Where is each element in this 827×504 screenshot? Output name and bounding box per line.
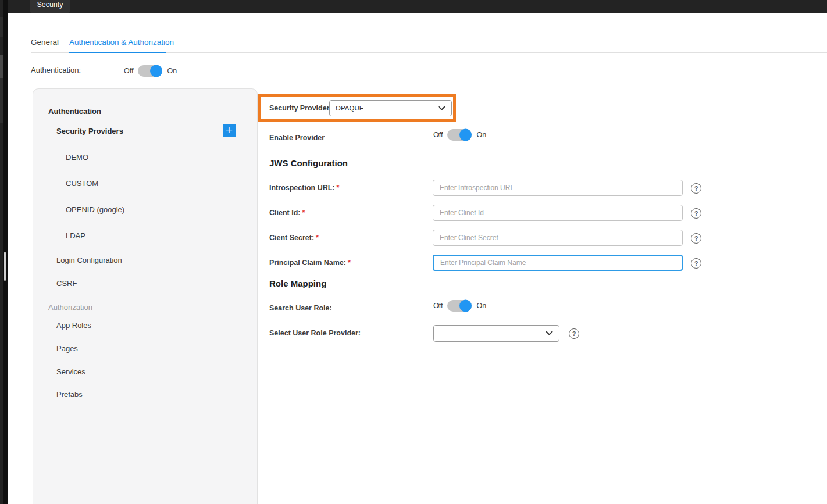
required-asterisk: * — [337, 184, 340, 192]
sidebar-item-ldap[interactable]: LDAP — [66, 231, 85, 240]
select-user-role-provider-label: Select User Role Provider: — [269, 329, 361, 337]
toggle-track[interactable] — [447, 300, 472, 312]
label-text: Client Id: — [269, 209, 300, 217]
toggle-knob — [459, 129, 472, 141]
introspection-url-label: Introspection URL:* — [269, 184, 339, 192]
principal-claim-name-label: Principal Claim Name:* — [269, 259, 351, 267]
sidebar-item-csrf[interactable]: CSRF — [56, 279, 77, 288]
principal-claim-name-input[interactable] — [433, 255, 683, 271]
sidebar-item-app-roles[interactable]: App Roles — [56, 321, 91, 330]
required-asterisk: * — [302, 209, 305, 217]
required-asterisk: * — [348, 259, 351, 267]
tab-general[interactable]: General — [31, 38, 59, 47]
toggle-off-label: Off — [124, 67, 133, 75]
sidebar-item-pages[interactable]: Pages — [56, 344, 78, 353]
client-secret-input[interactable] — [433, 230, 683, 246]
sidebar-item-authorization[interactable]: Authorization — [48, 303, 92, 312]
help-icon[interactable]: ? — [691, 233, 701, 244]
enable-provider-label: Enable Provider — [269, 134, 325, 142]
authentication-toggle-label: Authentication: — [31, 66, 81, 74]
authentication-toggle[interactable]: Off On — [124, 65, 177, 77]
toggle-knob — [459, 300, 472, 312]
required-asterisk: * — [316, 234, 319, 242]
toggle-on-label: On — [167, 67, 177, 75]
left-sidebar-segment — [0, 17, 3, 37]
client-id-label: Client Id:* — [269, 209, 305, 217]
toggle-off-label: Off — [433, 302, 443, 310]
toggle-on-label: On — [476, 131, 486, 139]
sidebar-item-security-providers[interactable]: Security Providers — [56, 127, 123, 135]
left-sidebar-segment — [0, 78, 3, 123]
client-id-input[interactable] — [433, 205, 683, 221]
security-window-tab[interactable]: Security — [30, 0, 70, 13]
help-icon[interactable]: ? — [569, 328, 579, 339]
help-icon[interactable]: ? — [691, 183, 701, 194]
jws-configuration-heading: JWS Configuration — [269, 158, 348, 168]
sidebar-item-prefabs[interactable]: Prefabs — [56, 390, 83, 399]
help-icon[interactable]: ? — [691, 208, 701, 219]
toggle-track[interactable] — [138, 65, 162, 77]
security-provider-select[interactable]: OPAQUE — [329, 100, 452, 116]
scrollbar-thumb[interactable] — [4, 252, 6, 281]
label-text: Introspection URL: — [269, 184, 335, 192]
toggle-track[interactable] — [447, 129, 472, 141]
security-provider-label: Security Provider — [269, 104, 330, 112]
left-sidebar-segment-active — [0, 55, 3, 78]
tab-authentication-authorization[interactable]: Authentication & Authorization — [69, 38, 174, 47]
enable-provider-toggle[interactable]: Off On — [433, 128, 486, 141]
sidebar-item-demo[interactable]: DEMO — [66, 153, 88, 162]
sidebar-item-custom[interactable]: CUSTOM — [66, 179, 98, 188]
top-bar: Security — [0, 0, 827, 13]
introspection-url-input[interactable] — [433, 180, 683, 196]
chevron-down-icon — [438, 106, 445, 111]
search-user-role-label: Search User Role: — [269, 304, 332, 312]
client-secret-label: Cient Secret:* — [269, 234, 319, 242]
chevron-down-icon — [546, 331, 553, 336]
sidebar-item-services[interactable]: Services — [56, 367, 85, 376]
user-role-provider-select[interactable] — [433, 325, 559, 342]
active-tab-underline — [69, 52, 166, 53]
sidebar-item-authentication[interactable]: Authentication — [48, 107, 101, 116]
toggle-knob — [150, 65, 162, 77]
security-settings-screen: Security General Authentication & Author… — [0, 0, 827, 504]
toggle-on-label: On — [476, 302, 486, 310]
search-user-role-toggle[interactable]: Off On — [433, 299, 486, 312]
collapsed-left-sidebar — [0, 0, 8, 504]
auth-navigation-panel — [33, 88, 258, 504]
toggle-off-label: Off — [433, 131, 443, 139]
label-text: Principal Claim Name: — [269, 259, 346, 267]
role-mapping-heading: Role Mapping — [269, 278, 326, 288]
add-security-provider-button[interactable]: + — [223, 124, 236, 137]
security-provider-selected-value: OPAQUE — [336, 105, 438, 112]
sidebar-item-login-configuration[interactable]: Login Configuration — [56, 256, 122, 264]
help-icon[interactable]: ? — [691, 258, 701, 269]
label-text: Cient Secret: — [269, 234, 314, 242]
sidebar-item-openid-google[interactable]: OPENID (google) — [66, 205, 124, 214]
